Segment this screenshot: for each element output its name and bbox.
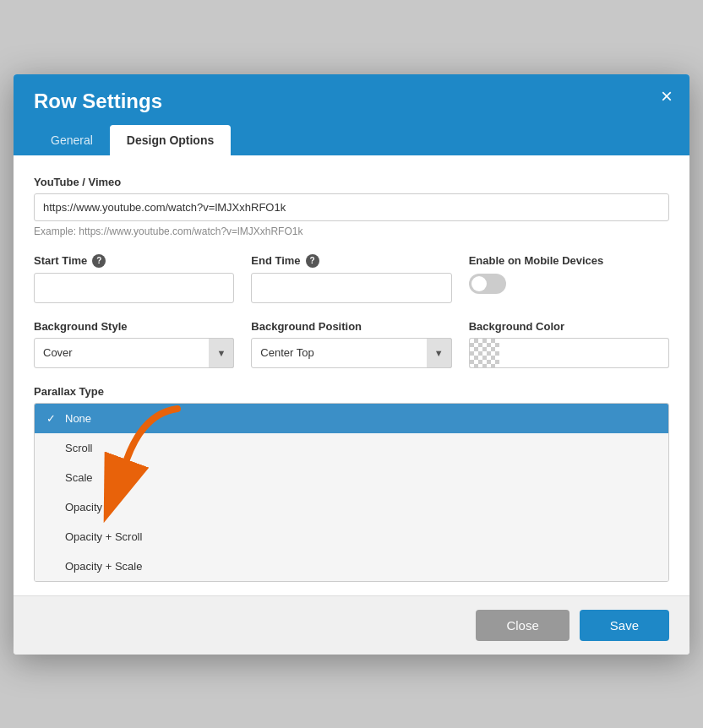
background-style-field: Background Style Cover Contain Auto Full… bbox=[34, 320, 234, 368]
background-style-select-wrap: Cover Contain Auto Full Width Full Heigh… bbox=[34, 338, 234, 368]
enable-mobile-label: Enable on Mobile Devices bbox=[469, 254, 669, 267]
youtube-vimeo-input[interactable] bbox=[34, 193, 669, 221]
background-position-select-wrap: Center Top Center Center Center Bottom L… bbox=[251, 338, 451, 368]
end-time-help-icon[interactable]: ? bbox=[306, 254, 319, 268]
background-color-label: Background Color bbox=[469, 320, 669, 333]
checkmark-icon: ✓ bbox=[46, 412, 58, 425]
parallax-section: Parallax Type ✓ None Scroll Scale Opacit… bbox=[34, 385, 669, 582]
modal-title: Row Settings bbox=[34, 90, 669, 113]
end-time-label: End Time ? bbox=[251, 254, 451, 268]
modal-container: Row Settings × General Design Options Yo… bbox=[14, 74, 689, 655]
toggle-slider bbox=[469, 274, 506, 294]
start-time-input[interactable] bbox=[34, 273, 234, 303]
background-position-label: Background Position bbox=[251, 320, 451, 333]
time-mobile-row: Start Time ? End Time ? Enable on Mobile… bbox=[34, 254, 669, 303]
background-position-field: Background Position Center Top Center Ce… bbox=[251, 320, 451, 368]
parallax-option-scale[interactable]: Scale bbox=[35, 463, 668, 492]
save-button[interactable]: Save bbox=[580, 610, 669, 641]
parallax-dropdown-list: ✓ None Scroll Scale Opacity Opacit bbox=[34, 403, 669, 582]
tab-design-options[interactable]: Design Options bbox=[110, 125, 231, 155]
color-checker-icon[interactable] bbox=[469, 338, 499, 368]
enable-mobile-toggle-wrap bbox=[469, 274, 669, 294]
modal-footer: Close Save bbox=[14, 595, 689, 655]
tabs-container: General Design Options bbox=[34, 125, 669, 155]
youtube-vimeo-example: Example: https://www.youtube.com/watch?v… bbox=[34, 225, 669, 237]
close-button[interactable]: Close bbox=[476, 610, 569, 641]
modal-body: YouTube / Vimeo Example: https://www.you… bbox=[14, 155, 689, 595]
end-time-input[interactable] bbox=[251, 273, 451, 303]
parallax-option-opacity-scale[interactable]: Opacity + Scale bbox=[35, 551, 668, 581]
enable-mobile-toggle[interactable] bbox=[469, 274, 506, 294]
close-icon[interactable]: × bbox=[661, 86, 673, 106]
parallax-option-none[interactable]: ✓ None bbox=[35, 404, 668, 433]
tab-general[interactable]: General bbox=[34, 125, 110, 155]
end-time-field: End Time ? bbox=[251, 254, 451, 303]
background-style-label: Background Style bbox=[34, 320, 234, 333]
parallax-option-scroll[interactable]: Scroll bbox=[35, 433, 668, 463]
start-time-field: Start Time ? bbox=[34, 254, 234, 303]
enable-mobile-field: Enable on Mobile Devices bbox=[469, 254, 669, 303]
start-time-help-icon[interactable]: ? bbox=[92, 254, 106, 268]
color-text-input[interactable] bbox=[499, 338, 669, 368]
background-position-select[interactable]: Center Top Center Center Center Bottom L… bbox=[251, 338, 451, 368]
background-style-select[interactable]: Cover Contain Auto Full Width Full Heigh… bbox=[34, 338, 234, 368]
parallax-option-opacity[interactable]: Opacity bbox=[35, 492, 668, 522]
background-row: Background Style Cover Contain Auto Full… bbox=[34, 320, 669, 368]
background-color-field: Background Color bbox=[469, 320, 669, 368]
background-color-picker bbox=[469, 338, 669, 368]
youtube-vimeo-label: YouTube / Vimeo bbox=[34, 176, 669, 188]
start-time-label: Start Time ? bbox=[34, 254, 234, 268]
modal-header: Row Settings × General Design Options bbox=[14, 74, 689, 155]
youtube-vimeo-field: YouTube / Vimeo Example: https://www.you… bbox=[34, 176, 669, 237]
parallax-type-label: Parallax Type bbox=[34, 385, 669, 398]
parallax-option-opacity-scroll[interactable]: Opacity + Scroll bbox=[35, 522, 668, 551]
